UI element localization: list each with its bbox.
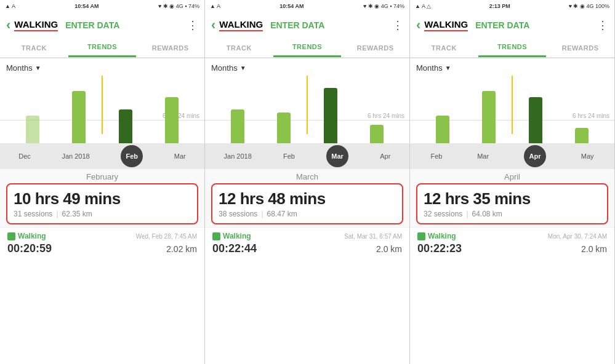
stats-sessions: 38 sessions: [219, 210, 257, 218]
phone-panel-panel-apr: ▲ A △ 2:13 PM ♥ ✱ ◉ 4G 100% ‹ WALKING EN…: [410, 0, 615, 364]
activity-stats-row: 00:22:232.0 km: [417, 242, 607, 255]
enter-data-button[interactable]: ENTER DATA: [475, 20, 529, 30]
back-button[interactable]: ‹: [6, 17, 10, 33]
stats-month-label: April: [416, 172, 608, 181]
chevron-down-icon: ▼: [240, 65, 246, 71]
activity-type-label: Walking: [18, 232, 46, 240]
timeline-label-Feb[interactable]: Feb: [121, 145, 143, 167]
timeline-label-Dec[interactable]: Dec: [18, 152, 31, 160]
activity-distance: 2.02 km: [166, 244, 197, 254]
status-bar: ▲ A 10:54 AM ♥ ✱ ◉ 4G ▪ 74%: [0, 0, 204, 12]
enter-data-button[interactable]: ENTER DATA: [65, 20, 119, 30]
chart-bar-2[interactable]: [324, 88, 337, 143]
activity-distance: 2.0 km: [376, 244, 402, 254]
activity-row: WalkingMon, Apr 30, 7:24 AM: [417, 232, 607, 240]
stats-time: 10 hrs 49 mins: [14, 189, 191, 208]
walking-icon: [417, 232, 425, 240]
months-selector[interactable]: Months▼: [416, 63, 451, 73]
chart-bar-2[interactable]: [529, 97, 542, 143]
chevron-down-icon: ▼: [35, 65, 41, 71]
walking-title: WALKING: [219, 19, 263, 31]
chart-area: Months▼6 hrs 24 minsJan 2018FebMarApr: [205, 58, 409, 169]
stats-details: 38 sessions|68.47 km: [219, 210, 396, 218]
chart-bar-0[interactable]: [26, 116, 39, 143]
activity-left: Walking: [212, 232, 251, 240]
timeline-label-Mar[interactable]: Mar: [174, 152, 186, 160]
tab-bar: TRACKTRENDSREWARDS: [410, 38, 614, 58]
activity-duration: 00:22:44: [212, 242, 257, 255]
stats-separator: |: [56, 210, 58, 218]
timeline-label-Feb[interactable]: Feb: [283, 152, 295, 160]
chart-area: Months▼6 hrs 24 minsFebMarAprMay: [410, 58, 614, 169]
enter-data-button[interactable]: ENTER DATA: [270, 20, 324, 30]
back-button[interactable]: ‹: [211, 17, 215, 33]
activity-date: Wed, Feb 28, 7:45 AM: [136, 233, 197, 240]
chart-bar-1[interactable]: [482, 91, 496, 143]
recent-activity: WalkingMon, Apr 30, 7:24 AM00:22:232.0 k…: [410, 228, 614, 364]
status-time: 10:54 AM: [74, 3, 98, 9]
chart-bar-2[interactable]: [119, 109, 132, 143]
status-icons: ♥ ✱ ◉ 4G ▪ 74%: [158, 3, 199, 9]
more-options-button[interactable]: ⋮: [392, 18, 403, 32]
chart-bar-0[interactable]: [231, 109, 244, 143]
activity-row: WalkingSat, Mar 31, 6:57 AM: [212, 232, 402, 240]
status-bar: ▲ A △ 2:13 PM ♥ ✱ ◉ 4G 100%: [410, 0, 614, 12]
stats-month-label: March: [211, 172, 403, 181]
stats-time: 12 hrs 48 mins: [219, 189, 396, 208]
tab-rewards[interactable]: REWARDS: [136, 38, 204, 57]
tab-trends[interactable]: TRENDS: [273, 38, 342, 57]
timeline-label-Mar[interactable]: Mar: [326, 145, 348, 167]
tab-rewards[interactable]: REWARDS: [546, 38, 614, 57]
timeline-label-Mar[interactable]: Mar: [477, 152, 489, 160]
chart-bar-1[interactable]: [277, 113, 291, 143]
tab-trends[interactable]: TRENDS: [478, 38, 547, 57]
status-icons: ♥ ✱ ◉ 4G 100%: [569, 3, 609, 9]
back-button[interactable]: ‹: [416, 17, 420, 33]
chart-timeline: FebMarAprMay: [410, 143, 614, 169]
timeline-label-Feb[interactable]: Feb: [430, 152, 442, 160]
status-left: ▲ A: [210, 3, 220, 9]
activity-stats-row: 00:22:442.0 km: [212, 242, 402, 255]
tab-track[interactable]: TRACK: [410, 38, 478, 57]
activity-stats-row: 00:20:592.02 km: [7, 242, 197, 255]
stats-sessions: 31 sessions: [14, 210, 52, 218]
stats-time: 12 hrs 35 mins: [424, 189, 601, 208]
timeline-label-Apr[interactable]: Apr: [524, 145, 546, 167]
tab-track[interactable]: TRACK: [0, 38, 68, 57]
activity-date: Sat, Mar 31, 6:57 AM: [344, 233, 402, 240]
chart-bar-1[interactable]: [72, 91, 86, 143]
chart-bar-3[interactable]: [575, 128, 589, 143]
months-selector[interactable]: Months▼: [6, 63, 41, 73]
status-time: 10:54 AM: [279, 3, 303, 9]
timeline-label-Jan-2018[interactable]: Jan 2018: [62, 152, 89, 160]
stats-details: 31 sessions|62.35 km: [14, 210, 191, 218]
activity-duration: 00:22:23: [417, 242, 462, 255]
tab-trends[interactable]: TRENDS: [68, 38, 137, 57]
phone-panel-panel-mar: ▲ A 10:54 AM ♥ ✱ ◉ 4G ▪ 74% ‹ WALKING EN…: [205, 0, 410, 364]
more-options-button[interactable]: ⋮: [597, 18, 608, 32]
activity-type-label: Walking: [223, 232, 251, 240]
status-left: ▲ A: [5, 3, 15, 9]
timeline-label-May[interactable]: May: [581, 152, 594, 160]
activity-date: Mon, Apr 30, 7:24 AM: [548, 233, 607, 240]
chart-bar-3[interactable]: [370, 125, 384, 143]
phone-panel-panel-feb: ▲ A 10:54 AM ♥ ✱ ◉ 4G ▪ 74% ‹ WALKING EN…: [0, 0, 205, 364]
chart-bar-3[interactable]: [165, 97, 179, 143]
timeline-label-Jan-2018[interactable]: Jan 2018: [224, 152, 252, 160]
stats-box: 12 hrs 48 mins38 sessions|68.47 km: [211, 183, 403, 224]
walking-icon: [7, 232, 15, 240]
tab-rewards[interactable]: REWARDS: [341, 38, 409, 57]
status-icons: ♥ ✱ ◉ 4G ▪ 74%: [363, 3, 404, 9]
more-options-button[interactable]: ⋮: [187, 18, 198, 32]
months-selector[interactable]: Months▼: [211, 63, 246, 73]
selection-indicator-line: [512, 76, 513, 134]
tab-track[interactable]: TRACK: [205, 38, 273, 57]
months-label: Months: [416, 63, 443, 73]
chart-bar-0[interactable]: [436, 116, 449, 143]
stats-box: 10 hrs 49 mins31 sessions|62.35 km: [6, 183, 198, 224]
status-time: 2:13 PM: [489, 3, 510, 9]
activity-row: WalkingWed, Feb 28, 7:45 AM: [7, 232, 197, 240]
recent-activity: WalkingSat, Mar 31, 6:57 AM00:22:442.0 k…: [205, 228, 409, 364]
stats-section: March12 hrs 48 mins38 sessions|68.47 km: [205, 169, 409, 227]
timeline-label-Apr[interactable]: Apr: [380, 152, 390, 160]
